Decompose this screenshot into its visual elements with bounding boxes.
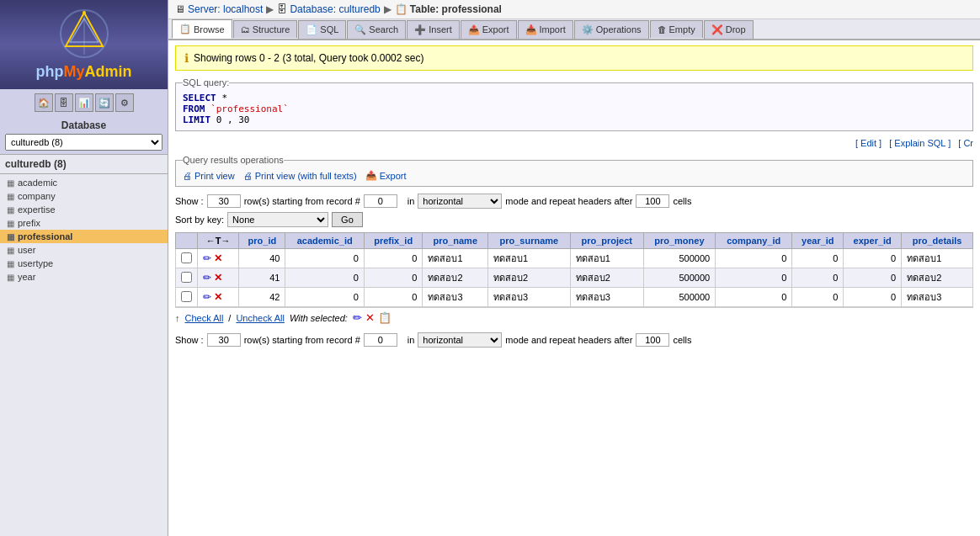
col-prefix-id[interactable]: prefix_id <box>364 233 423 249</box>
query-ops-label: Query results operations <box>183 155 284 165</box>
sql-icon: 📄 <box>306 24 317 35</box>
up-arrow-icon: ↑ <box>175 313 180 323</box>
row-check[interactable] <box>181 252 192 263</box>
row-check[interactable] <box>181 291 192 302</box>
tab-drop[interactable]: ❌ Drop <box>704 20 754 39</box>
show-input-bottom[interactable] <box>207 333 241 347</box>
edit-icon[interactable]: ✏ <box>203 272 211 284</box>
sidebar-item-year[interactable]: ▦ year <box>0 270 168 284</box>
cell-academic-id: 0 <box>285 288 364 307</box>
tab-operations[interactable]: ⚙️ Operations <box>574 20 649 39</box>
show-input-top[interactable] <box>207 194 241 208</box>
print-full-icon: 🖨 <box>243 171 253 181</box>
record-input-top[interactable] <box>364 194 397 208</box>
export-label: Export <box>380 171 407 181</box>
print-view-full-label: Print view (with full texts) <box>255 171 357 181</box>
headers-input-top[interactable] <box>636 194 669 208</box>
home-icon[interactable]: 🏠 <box>35 93 53 112</box>
print-view-full-link[interactable]: 🖨 Print view (with full texts) <box>243 171 357 181</box>
check-all-link[interactable]: Check All <box>185 313 224 323</box>
sql-actions: [ Edit ] [ Explain SQL ] [ Cr <box>175 138 973 148</box>
delete-icon[interactable]: ✕ <box>214 272 222 284</box>
col-pro-project[interactable]: pro_project <box>570 233 643 249</box>
logo-php: php <box>35 63 63 80</box>
logo-admin: Admin <box>85 63 132 80</box>
mode-select-bottom[interactable]: horizontal <box>418 332 502 348</box>
tab-label: Drop <box>726 24 746 34</box>
sidebar-item-academic[interactable]: ▦ academic <box>0 176 168 189</box>
table-row: ✏ ✕ 41 0 0 ทดสอบ2 ทดสอบ2 ทดสอบ2 500000 0… <box>176 268 973 288</box>
query-ops-actions: 🖨 Print view 🖨 Print view (with full tex… <box>183 170 966 181</box>
with-selected-edit-icon[interactable]: ✏ <box>353 311 362 324</box>
sort-select[interactable]: None <box>227 212 328 227</box>
col-pro-details[interactable]: pro_details <box>902 233 973 249</box>
with-selected-export-icon[interactable]: 📋 <box>378 311 391 324</box>
col-pro-money[interactable]: pro_money <box>643 233 715 249</box>
export-link[interactable]: 📤 Export <box>365 170 407 181</box>
headers-input-bottom[interactable] <box>636 333 669 347</box>
mode-select-top[interactable]: horizontal <box>418 194 502 209</box>
sql-edit-link[interactable]: [ Edit ] <box>855 138 881 148</box>
go-button[interactable]: Go <box>332 212 363 227</box>
sql-cr-link[interactable]: [ Cr <box>958 138 973 148</box>
col-company-id[interactable]: company_id <box>716 233 792 249</box>
db-icon[interactable]: 🗄 <box>55 93 73 112</box>
col-pro-surname[interactable]: pro_surname <box>487 233 570 249</box>
cell-prefix-id: 0 <box>364 249 423 268</box>
uncheck-all-link[interactable]: Uncheck All <box>236 313 284 323</box>
sidebar-item-expertise[interactable]: ▦ expertise <box>0 203 168 216</box>
database-link[interactable]: Database: culturedb <box>290 3 380 15</box>
tab-export[interactable]: 📤 Export <box>461 20 517 39</box>
tab-structure[interactable]: 🗂 Structure <box>233 20 298 38</box>
show-label-bottom: Show : <box>175 335 204 345</box>
tab-import[interactable]: 📥 Import <box>518 20 573 39</box>
data-table-wrap: ←T→ pro_id academic_id prefix_id pro_nam… <box>175 232 973 307</box>
sidebar-item-label: professional <box>18 231 72 241</box>
col-pro-id[interactable]: pro_id <box>239 233 285 249</box>
tab-browse[interactable]: 📋 Browse <box>172 19 232 39</box>
cell-pro-money: 500000 <box>643 249 715 268</box>
refresh-icon[interactable]: 🔄 <box>95 93 114 112</box>
tab-search[interactable]: 🔍 Search <box>347 20 406 39</box>
sidebar-item-usertype[interactable]: ▦ usertype <box>0 257 168 270</box>
table-icon: ▦ <box>7 192 14 201</box>
content-area: ℹ Showing rows 0 - 2 (3 total, Query too… <box>168 40 980 536</box>
tab-insert[interactable]: ➕ Insert <box>407 20 460 39</box>
settings-icon[interactable]: ⚙ <box>115 93 134 112</box>
row-actions: ✏ ✕ <box>203 272 233 284</box>
sql-query-label: SQL query: <box>183 77 229 88</box>
sidebar-item-professional[interactable]: ▦ professional <box>0 230 168 243</box>
sidebar-item-prefix[interactable]: ▦ prefix <box>0 216 168 230</box>
tab-label: Import <box>540 24 566 34</box>
table-icon: 📋 <box>395 3 407 15</box>
col-academic-id[interactable]: academic_id <box>285 233 364 249</box>
edit-icon[interactable]: ✏ <box>203 252 211 264</box>
cell-pro-details: ทดสอบ1 <box>902 249 973 268</box>
col-pro-name[interactable]: pro_name <box>423 233 488 249</box>
with-selected-delete-icon[interactable]: ✕ <box>365 311 375 324</box>
rows-label: row(s) starting from record # <box>244 196 360 206</box>
record-input-bottom[interactable] <box>364 333 397 347</box>
tab-empty[interactable]: 🗑 Empty <box>650 20 703 38</box>
browse-icon: 📋 <box>179 24 191 34</box>
sidebar-item-user[interactable]: ▦ user <box>0 243 168 257</box>
col-year-id[interactable]: year_id <box>792 233 844 249</box>
print-view-link[interactable]: 🖨 Print view <box>183 171 235 181</box>
svg-point-4 <box>83 11 86 14</box>
sql-explain-link[interactable]: [ Explain SQL ] <box>889 138 951 148</box>
info-icon: ℹ <box>184 51 189 65</box>
col-exper-id[interactable]: exper_id <box>844 233 902 249</box>
sql-limit-val: 0 , 30 <box>216 114 250 125</box>
sidebar-item-company[interactable]: ▦ company <box>0 189 168 203</box>
query-icon[interactable]: 📊 <box>75 93 93 112</box>
edit-icon[interactable]: ✏ <box>203 291 211 303</box>
sidebar-item-label: academic <box>18 178 57 188</box>
delete-icon[interactable]: ✕ <box>214 252 222 264</box>
delete-icon[interactable]: ✕ <box>214 291 222 303</box>
server-link[interactable]: Server: localhost <box>188 3 263 15</box>
db-selector[interactable]: culturedb (8) <box>5 134 162 151</box>
table-icon: ▦ <box>7 205 14 215</box>
tab-sql[interactable]: 📄 SQL <box>298 20 346 39</box>
db-section: Database culturedb (8) <box>0 116 168 155</box>
row-check[interactable] <box>181 272 192 283</box>
